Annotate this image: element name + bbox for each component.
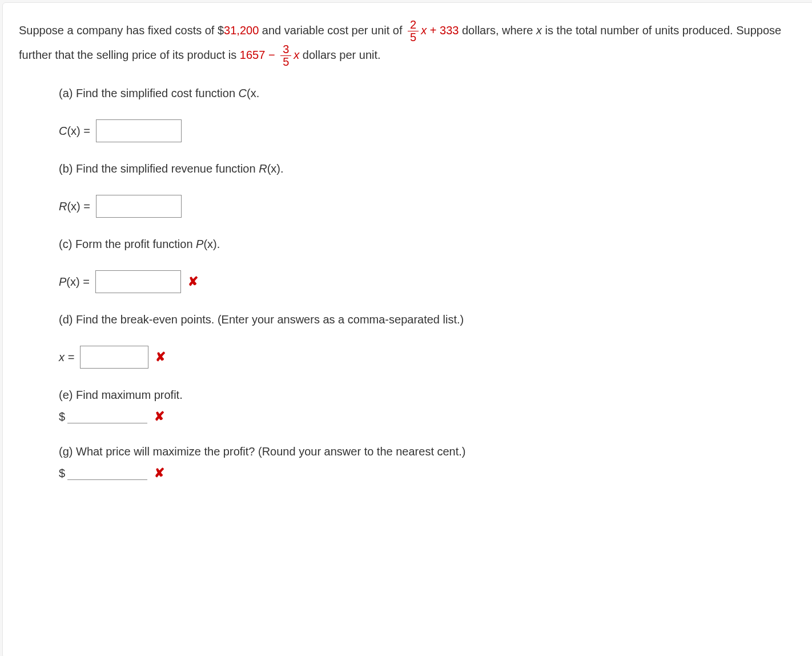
wrong-icon: ✘ xyxy=(154,406,164,426)
variable-x: x xyxy=(421,24,427,37)
minus-sign: − xyxy=(265,49,278,61)
prompt-text: (x. xyxy=(247,87,259,99)
part-g-answer-row: $ ✘ xyxy=(59,463,798,483)
part-d-prompt: (d) Find the break-even points. (Enter y… xyxy=(59,310,798,329)
profit-function-input[interactable] xyxy=(95,270,181,293)
intro-text: Suppose a company has fixed costs of $ xyxy=(19,24,224,37)
cost-function-input[interactable] xyxy=(96,119,182,142)
parts-container: (a) Find the simplified cost function C(… xyxy=(59,84,798,483)
part-e-prompt: (e) Find maximum profit. xyxy=(59,386,798,404)
fraction-denominator: 5 xyxy=(408,31,419,43)
wrong-icon: ✘ xyxy=(188,271,198,291)
breakeven-input[interactable] xyxy=(80,346,148,369)
variable-cost-fraction: 25 xyxy=(408,19,419,43)
prompt-text: (b) Find the simplified revenue function xyxy=(59,162,259,175)
part-g: (g) What price will maximize the profit?… xyxy=(59,442,798,483)
part-e-answer-row: $ ✘ xyxy=(59,406,798,426)
part-d: (d) Find the break-even points. (Enter y… xyxy=(59,310,798,369)
intro-text: and variable cost per unit of xyxy=(259,24,405,37)
max-profit-input[interactable] xyxy=(67,410,147,423)
part-c-prompt: (c) Form the profit function P(x). xyxy=(59,235,798,253)
part-b-prompt: (b) Find the simplified revenue function… xyxy=(59,159,798,178)
plus-sign: + xyxy=(427,24,440,37)
variable-cost-constant: 333 xyxy=(440,24,459,37)
question-page: Suppose a company has fixed costs of $31… xyxy=(2,2,812,656)
prompt-text: (a) Find the simplified cost function xyxy=(59,87,239,99)
variable-x: x xyxy=(294,49,299,61)
part-g-prompt: (g) What price will maximize the profit?… xyxy=(59,442,798,461)
selling-price-constant: 1657 xyxy=(240,49,266,61)
part-e: (e) Find maximum profit. $ ✘ xyxy=(59,386,798,426)
part-a-answer-row: C(x) = xyxy=(59,119,798,142)
function-name: R xyxy=(259,162,267,175)
profit-function-label: P(x) = xyxy=(59,273,90,291)
intro-text: dollars, where xyxy=(459,24,536,37)
revenue-function-label: R(x) = xyxy=(59,197,90,215)
part-d-answer-row: x = ✘ xyxy=(59,346,798,369)
fixed-cost-value: 31,200 xyxy=(224,24,259,37)
function-name: C xyxy=(59,125,67,137)
function-name: P xyxy=(59,275,66,288)
variable-x: x xyxy=(536,24,542,37)
price-input[interactable] xyxy=(67,466,147,480)
fraction-denominator: 5 xyxy=(280,56,291,68)
problem-statement: Suppose a company has fixed costs of $31… xyxy=(19,24,781,61)
part-c-answer-row: P(x) = ✘ xyxy=(59,270,798,293)
revenue-function-input[interactable] xyxy=(96,195,182,218)
part-b: (b) Find the simplified revenue function… xyxy=(59,159,798,218)
part-b-answer-row: R(x) = xyxy=(59,195,798,218)
breakeven-label: x = xyxy=(59,348,74,366)
part-c: (c) Form the profit function P(x). P(x) … xyxy=(59,235,798,293)
fraction-numerator: 2 xyxy=(408,19,419,31)
fraction-numerator: 3 xyxy=(280,43,291,56)
label-suffix: (x) = xyxy=(67,125,90,137)
prompt-text: (x). xyxy=(267,162,284,175)
dollar-sign: $ xyxy=(59,464,65,482)
wrong-icon: ✘ xyxy=(155,347,166,367)
dollar-sign: $ xyxy=(59,407,65,426)
label-suffix: (x) = xyxy=(66,275,90,288)
cost-function-label: C(x) = xyxy=(59,122,90,140)
prompt-text: (x). xyxy=(203,238,220,250)
selling-price-fraction: 35 xyxy=(280,43,291,68)
function-name: R xyxy=(59,200,67,213)
label-suffix: (x) = xyxy=(67,200,90,213)
function-name: C xyxy=(239,87,247,99)
part-a: (a) Find the simplified cost function C(… xyxy=(59,84,798,142)
intro-text: dollars per unit. xyxy=(299,49,380,61)
part-a-prompt: (a) Find the simplified cost function C(… xyxy=(59,84,798,102)
function-name: P xyxy=(196,238,203,250)
prompt-text: (c) Form the profit function xyxy=(59,238,196,250)
wrong-icon: ✘ xyxy=(154,463,164,483)
